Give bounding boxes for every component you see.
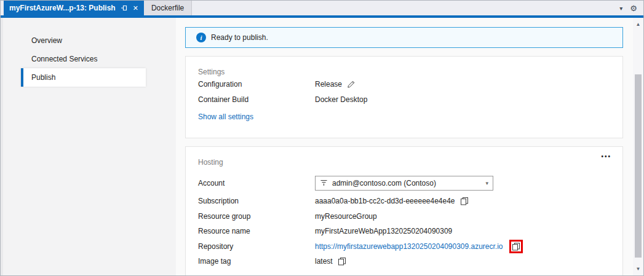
sidebar-item-overview[interactable]: Overview: [3, 31, 176, 50]
scrollbar-thumb[interactable]: [635, 74, 642, 258]
configuration-value: Release: [315, 80, 342, 89]
sidebar-item-connected-services[interactable]: Connected Services: [3, 50, 176, 68]
combobox-caret-icon: ▾: [485, 180, 488, 186]
resource-name-row: Resource name myFirstAzureWebApp13202502…: [198, 224, 610, 239]
hosting-rows: Subscription aaaa0a0a-bb1b-cc2c-dd3d-eee…: [198, 194, 610, 269]
resource-name-label: Resource name: [198, 227, 315, 235]
vertical-scrollbar[interactable]: ▲ ▼: [633, 18, 643, 275]
container-build-value: Docker Desktop: [315, 95, 610, 104]
configuration-label: Configuration: [198, 80, 315, 89]
copy-image-tag-icon[interactable]: [338, 257, 346, 266]
image-tag-row: Image tag latest: [198, 254, 610, 269]
hosting-more-actions-button[interactable]: •••: [601, 153, 611, 160]
scroll-up-icon[interactable]: ▲: [633, 19, 643, 30]
account-label: Account: [198, 179, 315, 187]
configuration-row: Configuration Release: [198, 76, 610, 92]
sidebar-item-publish[interactable]: Publish: [21, 68, 146, 87]
show-all-settings-link[interactable]: Show all settings: [198, 112, 253, 121]
subscription-label: Subscription: [198, 197, 315, 205]
settings-gear-icon[interactable]: ⚙: [630, 4, 637, 13]
account-filter-icon: [320, 178, 328, 188]
account-combobox[interactable]: admin@contoso.com (Contoso) ▾: [315, 176, 493, 191]
container-build-row: Container Build Docker Desktop: [198, 92, 610, 107]
subscription-value: aaaa0a0a-bb1b-cc2c-dd3d-eeeeee4e4e4e: [315, 197, 455, 205]
tab-bar-controls: ▾ ⚙: [619, 1, 643, 15]
hosting-card-title: Hosting: [198, 147, 610, 167]
status-banner: i Ready to publish.: [185, 27, 623, 48]
account-row: Account admin@contoso.com (Contoso) ▾: [198, 173, 610, 194]
copy-subscription-icon[interactable]: [460, 197, 469, 205]
info-icon: i: [196, 33, 206, 42]
tab-publish[interactable]: myFirstAzureW...p-13: Publish ✕: [4, 1, 144, 15]
pin-icon[interactable]: [121, 4, 128, 12]
tab-list-dropdown-icon[interactable]: ▾: [619, 5, 622, 12]
publish-sidebar: Overview Connected Services Publish: [1, 18, 176, 275]
copy-repository-icon[interactable]: [512, 242, 520, 251]
close-icon[interactable]: ✕: [133, 5, 138, 12]
image-tag-label: Image tag: [198, 257, 315, 266]
scroll-down-icon[interactable]: ▼: [633, 264, 643, 274]
settings-card-title: Settings: [198, 57, 610, 76]
status-banner-text: Ready to publish.: [211, 33, 268, 42]
highlight-red-box: [509, 240, 523, 253]
resource-name-value: myFirstAzureWebApp1320250204090309: [315, 227, 610, 235]
account-combobox-value: admin@contoso.com (Contoso): [332, 179, 436, 187]
hosting-card: Hosting ••• Account admin@contoso.com (C…: [185, 146, 623, 275]
vs-document-window: myFirstAzureW...p-13: Publish ✕ Dockerfi…: [0, 0, 644, 276]
repository-label: Repository: [198, 242, 315, 251]
resource-group-value: myResourceGroup: [315, 212, 610, 221]
repository-row: Repository https://myfirstazurewebapp132…: [198, 239, 610, 254]
resource-group-label: Resource group: [198, 212, 315, 221]
publish-content: i Ready to publish. Settings Configurati…: [176, 18, 633, 275]
tab-publish-label: myFirstAzureW...p-13: Publish: [9, 4, 116, 12]
image-tag-value: latest: [315, 257, 333, 266]
repository-link[interactable]: https://myfirstazurewebapp13202502040903…: [315, 242, 503, 251]
tab-dockerfile-label: Dockerfile: [151, 4, 184, 12]
edit-pencil-icon[interactable]: [347, 80, 356, 89]
container-build-label: Container Build: [198, 95, 315, 104]
subscription-row: Subscription aaaa0a0a-bb1b-cc2c-dd3d-eee…: [198, 194, 610, 209]
document-tab-bar: myFirstAzureW...p-13: Publish ✕ Dockerfi…: [1, 1, 643, 15]
settings-card: Settings Configuration Release Container…: [185, 56, 623, 138]
tab-dockerfile[interactable]: Dockerfile: [144, 1, 192, 15]
publish-page-body: Overview Connected Services Publish i Re…: [1, 18, 643, 275]
resource-group-row: Resource group myResourceGroup: [198, 209, 610, 224]
